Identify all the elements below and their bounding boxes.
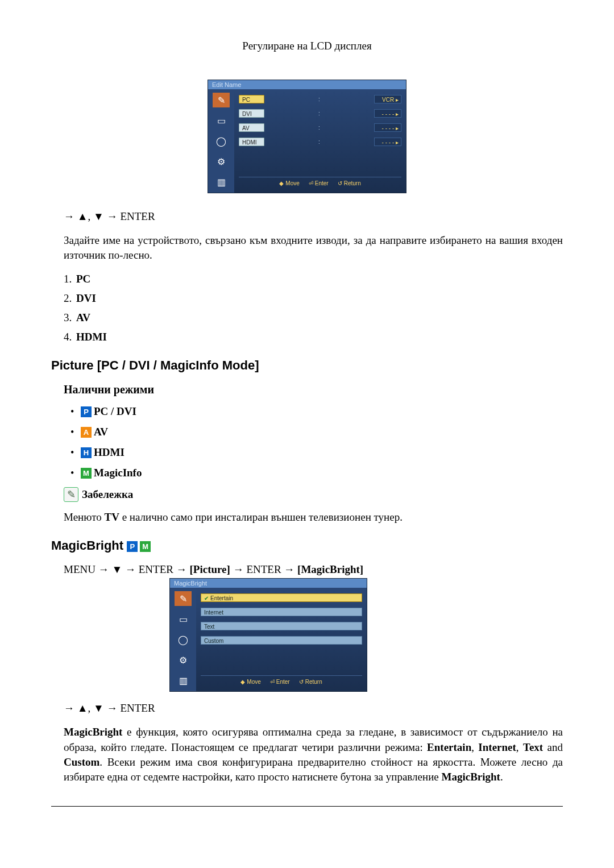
- footer-rule: [51, 806, 563, 807]
- p-icon: P: [127, 541, 138, 552]
- footer-return: ↺ Return: [338, 180, 361, 186]
- row-label: Custom: [201, 636, 362, 645]
- page-header: Регулиране на LCD дисплея: [51, 40, 563, 52]
- osd-sidebar: ✎ ▭ ◯ ⚙ ▥: [170, 588, 196, 691]
- list-item: 4.HDMI: [64, 331, 563, 343]
- h-icon: H: [81, 447, 92, 458]
- osd-footer: ◆ Move ⏎ Enter ↺ Return: [239, 177, 401, 190]
- footer-return: ↺ Return: [299, 679, 322, 685]
- osd-row-internet: Internet: [201, 607, 362, 617]
- mode-item-hdmi: •HHDMI: [70, 446, 563, 459]
- sidebar-sound-icon: ◯: [175, 632, 192, 647]
- row-value: - - - - ▸: [374, 109, 401, 118]
- row-label: Internet: [201, 608, 362, 616]
- nav-enter-line-2: → ▲, ▼ → ENTER: [64, 702, 563, 715]
- osd-row-pc: PC : VCR ▸: [239, 94, 401, 104]
- nav-enter-line: → ▲, ▼ → ENTER: [64, 210, 563, 223]
- sidebar-screen-icon: ▭: [213, 113, 230, 128]
- osd-row-av: AV : - - - - ▸: [239, 122, 401, 132]
- osd-title: MagicBright: [170, 579, 367, 588]
- osd-row-dvi: DVI : - - - - ▸: [239, 108, 401, 118]
- p-icon: P: [81, 406, 92, 417]
- row-label: PC: [239, 95, 264, 103]
- magicbright-paragraph: MagicBright е функция, която осигурява о…: [64, 725, 563, 784]
- row-label: Text: [201, 622, 362, 630]
- sidebar-gear-icon: ⚙: [213, 154, 230, 169]
- osd-row-entertain: ✔Entertain: [201, 592, 362, 603]
- osd-footer: ◆ Move ⏎ Enter ↺ Return: [201, 675, 362, 688]
- m-icon: M: [81, 468, 92, 479]
- row-label: HDMI: [239, 138, 264, 146]
- list-item: 1.PC: [64, 273, 563, 285]
- note-line: ✎ Забележка: [64, 487, 563, 502]
- osd-sidebar: ✎ ▭ ◯ ⚙ ▥: [208, 89, 234, 193]
- magicbright-nav-path: MENU → ▼ → ENTER → [Picture] → ENTER → […: [64, 563, 563, 576]
- osd-edit-name: Edit Name ✎ ▭ ◯ ⚙ ▥ PC : VCR ▸ DVI : - -…: [208, 80, 406, 193]
- mode-item-pc-dvi: •PPC / DVI: [70, 405, 563, 418]
- row-label: DVI: [239, 109, 264, 118]
- sidebar-input-icon: ▥: [213, 175, 230, 189]
- row-label: AV: [239, 123, 264, 132]
- mode-item-av: •AAV: [70, 426, 563, 438]
- check-icon: ✔: [204, 595, 209, 601]
- osd-row-custom: Custom: [201, 635, 362, 645]
- footer-enter: ⏎ Enter: [309, 180, 329, 186]
- modes-list: •PPC / DVI •AAV •HHDMI •MMagicInfo: [51, 405, 563, 479]
- m-icon: M: [140, 541, 151, 552]
- osd-magicbright: MagicBright ✎ ▭ ◯ ⚙ ▥ ✔Entertain Interne…: [169, 578, 367, 692]
- footer-move: ◆ Move: [279, 180, 299, 186]
- sidebar-picture-icon: ✎: [213, 93, 230, 107]
- note-icon: ✎: [64, 487, 78, 502]
- note-label: Забележка: [82, 488, 133, 501]
- list-item: 3.AV: [64, 312, 563, 324]
- footer-enter: ⏎ Enter: [270, 679, 290, 685]
- a-icon: A: [81, 427, 92, 438]
- sidebar-sound-icon: ◯: [213, 134, 230, 148]
- row-value: - - - - ▸: [374, 123, 401, 132]
- sidebar-picture-icon: ✎: [175, 591, 192, 606]
- sidebar-input-icon: ▥: [175, 673, 192, 688]
- heading-available-modes: Налични режими: [64, 383, 563, 396]
- osd-row-hdmi: HDMI : - - - - ▸: [239, 136, 401, 147]
- sidebar-gear-icon: ⚙: [175, 653, 192, 667]
- mode-item-magicinfo: •MMagicInfo: [70, 467, 563, 479]
- heading-picture: Picture [PC / DVI / MagicInfo Mode]: [51, 358, 563, 373]
- list-item: 2.DVI: [64, 292, 563, 305]
- sidebar-screen-icon: ▭: [175, 612, 192, 626]
- osd-title: Edit Name: [208, 80, 406, 89]
- footer-move: ◆ Move: [240, 679, 260, 685]
- row-label: ✔Entertain: [201, 593, 362, 602]
- row-value: - - - - ▸: [374, 138, 401, 146]
- heading-magicbright: MagicBright PM: [51, 538, 563, 553]
- input-list: 1.PC 2.DVI 3.AV 4.HDMI: [51, 273, 563, 343]
- row-value: VCR ▸: [374, 95, 401, 103]
- osd-row-text: Text: [201, 621, 362, 631]
- tv-note-paragraph: Менюто TV е налично само при инсталиран …: [64, 511, 563, 524]
- intro-paragraph: Задайте име на устройството, свързано къ…: [64, 233, 563, 263]
